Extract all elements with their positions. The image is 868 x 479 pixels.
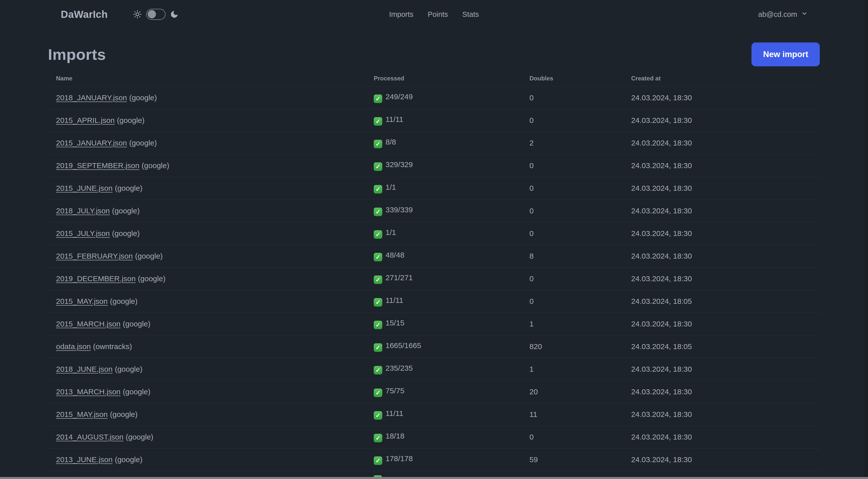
user-menu[interactable]: ab@cd.com xyxy=(758,10,808,19)
import-file-link[interactable]: 2015_APRIL.json xyxy=(56,116,115,124)
imports-table: Name Processed Doubles Created at 2018_J… xyxy=(48,70,820,471)
import-file-link[interactable]: 2019_SEPTEMBER.json xyxy=(56,161,140,170)
doubles-count: 0 xyxy=(521,426,623,448)
created-at-value: 24.03.2024, 18:30 xyxy=(623,109,820,132)
import-file-link[interactable]: 2015_MAY.json xyxy=(56,410,108,418)
theme-toggle-group xyxy=(133,9,179,20)
created-at-value: 24.03.2024, 18:30 xyxy=(623,245,820,267)
created-at-value: 24.03.2024, 18:30 xyxy=(623,177,820,200)
doubles-count: 0 xyxy=(521,200,623,222)
check-emoji-icon: ✓ xyxy=(374,253,382,261)
import-file-link[interactable]: 2015_MARCH.json xyxy=(56,320,121,328)
theme-toggle-switch[interactable] xyxy=(146,9,165,20)
created-at-value: 24.03.2024, 18:30 xyxy=(623,312,820,335)
import-source-label: (google) xyxy=(117,116,145,124)
table-row: 2013_JUNE.json(google) ✓178/178 59 24.03… xyxy=(48,448,820,471)
doubles-count: 1 xyxy=(521,312,623,335)
import-file-link[interactable]: 2015_MAY.json xyxy=(56,297,108,305)
check-emoji-icon: ✓ xyxy=(374,230,382,239)
processed-count: 15/15 xyxy=(385,319,404,327)
table-row: 2018_JANUARY.json(google) ✓249/249 0 24.… xyxy=(48,86,820,109)
created-at-value: 24.03.2024, 18:30 xyxy=(623,381,820,403)
import-file-link[interactable]: odata.json xyxy=(56,342,91,351)
import-source-label: (google) xyxy=(112,207,140,215)
import-source-label: (google) xyxy=(138,274,165,283)
import-file-link[interactable]: 2015_FEBRUARY.json xyxy=(56,252,133,260)
table-row: 2013_MARCH.json(google) ✓75/75 20 24.03.… xyxy=(48,381,820,403)
check-emoji-icon: ✓ xyxy=(374,411,382,420)
import-file-link[interactable]: 2018_JUNE.json xyxy=(56,365,113,373)
import-source-label: (google) xyxy=(123,320,150,328)
doubles-count: 0 xyxy=(521,290,623,312)
main-content: Imports New import Name Processed Double… xyxy=(0,42,868,479)
import-source-label: (google) xyxy=(115,184,143,192)
import-file-link[interactable]: 2015_JANUARY.json xyxy=(56,139,127,147)
table-row: 2015_JUNE.json(google) ✓1/1 0 24.03.2024… xyxy=(48,177,820,200)
doubles-count: 59 xyxy=(521,448,623,471)
new-import-button[interactable]: New import xyxy=(751,42,820,66)
import-file-link[interactable]: 2013_JUNE.json xyxy=(56,455,113,464)
moon-icon xyxy=(170,10,179,19)
column-header-doubles: Doubles xyxy=(521,70,623,86)
import-source-label: (google) xyxy=(126,433,153,441)
created-at-value: 24.03.2024, 18:05 xyxy=(623,335,820,358)
nav-link-imports[interactable]: Imports xyxy=(389,10,413,19)
import-source-label: (google) xyxy=(123,388,150,396)
created-at-value: 24.03.2024, 18:30 xyxy=(623,154,820,177)
created-at-value: 24.03.2024, 18:30 xyxy=(623,86,820,109)
import-file-link[interactable]: 2018_JANUARY.json xyxy=(56,93,127,102)
created-at-value: 24.03.2024, 18:30 xyxy=(623,200,820,222)
created-at-value: 24.03.2024, 18:05 xyxy=(623,290,820,312)
import-source-label: (google) xyxy=(110,410,137,418)
check-emoji-icon: ✓ xyxy=(374,162,382,171)
table-row: 2014_AUGUST.json(google) ✓18/18 0 24.03.… xyxy=(48,426,820,448)
doubles-count: 0 xyxy=(521,109,623,132)
vertical-scrollbar[interactable] xyxy=(865,0,868,477)
processed-count: 271/271 xyxy=(385,273,413,282)
table-row: 2015_MAY.json(google) ✓11/11 11 24.03.20… xyxy=(48,403,820,426)
doubles-count: 0 xyxy=(521,267,623,290)
import-source-label: (google) xyxy=(142,161,169,170)
table-row: 2015_MAY.json(google) ✓11/11 0 24.03.202… xyxy=(48,290,820,312)
doubles-count: 2 xyxy=(521,132,623,154)
import-source-label: (google) xyxy=(135,252,163,260)
check-emoji-icon: ✓ xyxy=(374,456,382,465)
app-logo[interactable]: DaWarIch xyxy=(61,9,108,20)
doubles-count: 8 xyxy=(521,245,623,267)
import-source-label: (owntracks) xyxy=(93,342,132,351)
table-row: 2015_FEBRUARY.json(google) ✓48/48 8 24.0… xyxy=(48,245,820,267)
nav-link-points[interactable]: Points xyxy=(428,10,448,19)
import-file-link[interactable]: 2013_MARCH.json xyxy=(56,388,121,396)
import-file-link[interactable]: 2014_AUGUST.json xyxy=(56,433,123,441)
doubles-count: 0 xyxy=(521,222,623,245)
horizontal-scrollbar[interactable] xyxy=(0,477,868,479)
chevron-down-icon xyxy=(801,10,808,19)
table-row: 2015_MARCH.json(google) ✓15/15 1 24.03.2… xyxy=(48,312,820,335)
check-emoji-icon: ✓ xyxy=(374,343,382,352)
created-at-value: 24.03.2024, 18:30 xyxy=(623,267,820,290)
table-row: 2018_JULY.json(google) ✓339/339 0 24.03.… xyxy=(48,200,820,222)
column-header-processed: Processed xyxy=(366,70,521,86)
nav-link-stats[interactable]: Stats xyxy=(462,10,479,19)
processed-count: 48/48 xyxy=(385,251,404,259)
processed-count: 18/18 xyxy=(385,432,404,440)
table-header-row: Name Processed Doubles Created at xyxy=(48,70,820,86)
import-source-label: (google) xyxy=(129,93,157,102)
page-header: Imports New import xyxy=(48,42,820,67)
processed-count: 1/1 xyxy=(385,228,396,237)
doubles-count: 20 xyxy=(521,381,623,403)
check-emoji-icon: ✓ xyxy=(374,321,382,329)
check-emoji-icon: ✓ xyxy=(374,117,382,126)
import-file-link[interactable]: 2019_DECEMBER.json xyxy=(56,274,135,283)
check-emoji-icon: ✓ xyxy=(374,140,382,148)
import-file-link[interactable]: 2015_JUNE.json xyxy=(56,184,113,192)
check-emoji-icon: ✓ xyxy=(374,389,382,397)
table-row: 2018_JUNE.json(google) ✓235/235 1 24.03.… xyxy=(48,358,820,381)
doubles-count: 0 xyxy=(521,86,623,109)
check-emoji-icon: ✓ xyxy=(374,298,382,307)
processed-count: 8/8 xyxy=(385,138,396,146)
user-email: ab@cd.com xyxy=(758,10,797,19)
import-file-link[interactable]: 2018_JULY.json xyxy=(56,207,110,215)
import-file-link[interactable]: 2015_JULY.json xyxy=(56,229,110,238)
table-row: odata.json(owntracks) ✓1665/1665 820 24.… xyxy=(48,335,820,358)
